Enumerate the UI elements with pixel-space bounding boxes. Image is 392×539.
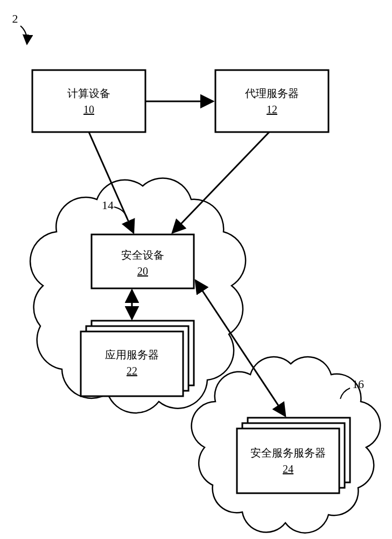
figure-ref: 2	[12, 12, 27, 44]
figure-ref-text: 2	[12, 12, 18, 25]
sec-service-num: 24	[283, 463, 293, 475]
svg-rect-0	[32, 70, 145, 132]
app-server-stack: 应用服务器 22	[81, 321, 194, 396]
svg-rect-2	[92, 234, 194, 288]
computing-device-box: 计算设备 10	[32, 70, 145, 132]
proxy-server-box: 代理服务器 12	[215, 70, 328, 132]
system-diagram: 2 计算设备 10 代理服务器 12 14 安全设备 20 应用	[0, 0, 392, 539]
cloud-a-label: 14	[102, 198, 114, 212]
cloud-b-label: 16	[352, 377, 364, 391]
sec-service-label: 安全服务服务器	[250, 447, 326, 459]
app-server-num: 22	[127, 365, 137, 377]
svg-rect-5	[81, 331, 183, 396]
security-device-num: 20	[137, 265, 148, 277]
app-server-label: 应用服务器	[105, 349, 159, 361]
proxy-server-num: 12	[267, 103, 277, 115]
security-device-label: 安全设备	[121, 249, 164, 261]
svg-rect-1	[215, 70, 328, 132]
sec-service-stack: 安全服务服务器 24	[237, 418, 350, 493]
figure-ref-arrow	[20, 26, 27, 44]
proxy-server-label: 代理服务器	[244, 87, 299, 99]
svg-rect-8	[237, 429, 339, 493]
computing-device-label: 计算设备	[67, 87, 110, 99]
computing-device-num: 10	[83, 103, 94, 115]
security-device-box: 安全设备 20	[92, 234, 194, 288]
